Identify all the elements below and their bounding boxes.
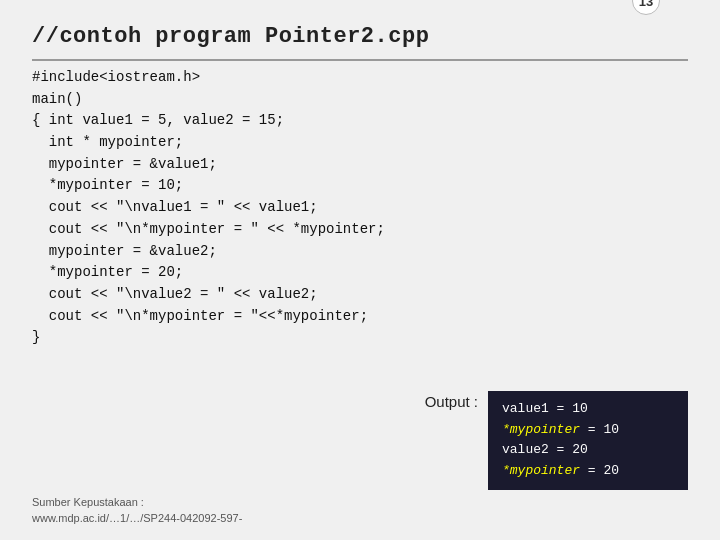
slide: //contoh program Pointer2.cpp 13 #includ… (0, 0, 720, 540)
code-block: #include<iostream.h> main() { int value1… (32, 67, 688, 349)
output-box: value1 = 10*mypointer = 10value2 = 20*my… (488, 391, 688, 490)
output-area: Output : value1 = 10*mypointer = 10value… (425, 391, 688, 490)
slide-title: //contoh program Pointer2.cpp (32, 24, 688, 49)
output-label: Output : (425, 391, 478, 410)
footer-line1: Sumber Kepustakaan : (32, 495, 242, 510)
footer-line2: www.mdp.ac.id/…1/…/SP244-042092-597- (32, 511, 242, 526)
divider (32, 59, 688, 61)
slide-badge: 13 (632, 0, 660, 15)
footer: Sumber Kepustakaan : www.mdp.ac.id/…1/…/… (32, 495, 242, 526)
